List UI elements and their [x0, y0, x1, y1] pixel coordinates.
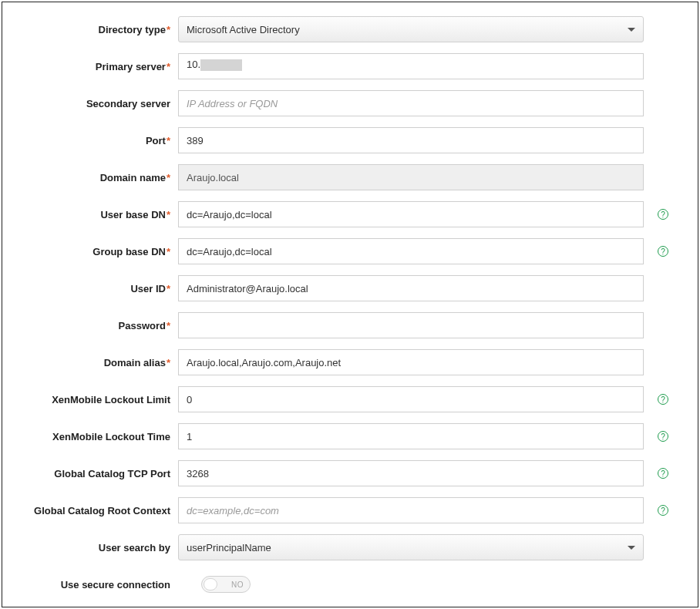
- label-text: User base DN: [100, 209, 166, 220]
- label-text: Directory type: [99, 24, 166, 35]
- label-user-id: User ID*: [18, 283, 178, 294]
- secondary-server-input[interactable]: [178, 90, 644, 116]
- label-lockout-time: XenMobile Lockout Time: [18, 431, 178, 442]
- label-text: Global Catalog TCP Port: [54, 468, 170, 479]
- row-domain-name: Domain name*: [18, 164, 682, 190]
- user-search-by-select[interactable]: userPrincipalName: [178, 534, 644, 560]
- required-marker: *: [167, 320, 170, 331]
- select-value: userPrincipalName: [187, 542, 271, 553]
- row-use-secure: Use secure connection NO: [18, 571, 682, 597]
- label-directory-type: Directory type*: [18, 24, 178, 35]
- lockout-time-input[interactable]: [178, 423, 644, 449]
- row-lockout-time: XenMobile Lockout Time ?: [18, 423, 682, 449]
- label-domain-alias: Domain alias*: [18, 357, 178, 368]
- primary-server-prefix: 10.: [187, 59, 200, 70]
- row-gc-tcp-port: Global Catalog TCP Port ?: [18, 460, 682, 486]
- label-gc-tcp-port: Global Catalog TCP Port: [18, 468, 178, 479]
- row-port: Port*: [18, 127, 682, 153]
- domain-alias-input[interactable]: [178, 349, 644, 375]
- row-directory-type: Directory type* Microsoft Active Directo…: [18, 16, 682, 42]
- row-password: Password*: [18, 312, 682, 338]
- required-marker: *: [167, 135, 170, 146]
- row-user-search-by: User search by userPrincipalName: [18, 534, 682, 560]
- use-secure-toggle[interactable]: NO: [201, 576, 251, 593]
- label-text: Domain name: [100, 172, 166, 183]
- label-text: XenMobile Lockout Time: [52, 431, 170, 442]
- label-lockout-limit: XenMobile Lockout Limit: [18, 394, 178, 405]
- toggle-label: NO: [231, 580, 244, 589]
- label-group-base-dn: Group base DN*: [18, 246, 178, 257]
- label-user-base-dn: User base DN*: [18, 209, 178, 220]
- required-marker: *: [167, 61, 170, 72]
- ldap-settings-form: Directory type* Microsoft Active Directo…: [2, 2, 698, 607]
- gc-tcp-port-input[interactable]: [178, 460, 644, 486]
- label-text: Domain alias: [104, 357, 166, 368]
- label-text: Primary server: [96, 61, 166, 72]
- required-marker: *: [167, 24, 170, 35]
- label-use-secure: Use secure connection: [18, 579, 178, 590]
- label-text: Password: [119, 320, 166, 331]
- help-icon[interactable]: ?: [658, 505, 668, 516]
- label-user-search-by: User search by: [18, 542, 178, 553]
- port-input[interactable]: [178, 127, 644, 153]
- help-icon[interactable]: ?: [658, 246, 668, 257]
- label-text: User ID: [130, 283, 166, 294]
- required-marker: *: [167, 246, 170, 257]
- row-group-base-dn: Group base DN* ?: [18, 238, 682, 264]
- row-user-id: User ID*: [18, 275, 682, 301]
- label-text: Port: [146, 135, 166, 146]
- domain-name-input: [178, 164, 644, 190]
- help-icon[interactable]: ?: [658, 431, 668, 442]
- chevron-down-icon: [628, 546, 635, 550]
- chevron-down-icon: [628, 28, 635, 32]
- required-marker: *: [167, 172, 170, 183]
- label-text: Global Catalog Root Context: [34, 505, 170, 516]
- gc-root-context-input[interactable]: [178, 497, 644, 523]
- required-marker: *: [167, 283, 170, 294]
- user-id-input[interactable]: [178, 275, 644, 301]
- select-value: Microsoft Active Directory: [187, 24, 300, 35]
- row-lockout-limit: XenMobile Lockout Limit ?: [18, 386, 682, 412]
- help-icon[interactable]: ?: [658, 468, 668, 479]
- required-marker: *: [167, 357, 170, 368]
- lockout-limit-input[interactable]: [178, 386, 644, 412]
- help-icon[interactable]: ?: [658, 209, 668, 220]
- user-base-dn-input[interactable]: [178, 201, 644, 227]
- row-domain-alias: Domain alias*: [18, 349, 682, 375]
- primary-server-input[interactable]: 10.: [178, 53, 644, 79]
- row-gc-root-context: Global Catalog Root Context ?: [18, 497, 682, 523]
- row-user-base-dn: User base DN* ?: [18, 201, 682, 227]
- label-secondary-server: Secondary server: [18, 98, 178, 109]
- required-marker: *: [167, 209, 170, 220]
- help-icon[interactable]: ?: [658, 394, 668, 405]
- label-gc-root-context: Global Catalog Root Context: [18, 505, 178, 516]
- label-text: Secondary server: [86, 98, 170, 109]
- password-input[interactable]: [178, 312, 644, 338]
- label-password: Password*: [18, 320, 178, 331]
- redacted-block: [200, 59, 242, 71]
- label-text: XenMobile Lockout Limit: [52, 394, 170, 405]
- label-text: Group base DN: [93, 246, 166, 257]
- directory-type-select[interactable]: Microsoft Active Directory: [178, 16, 644, 42]
- label-domain-name: Domain name*: [18, 172, 178, 183]
- label-text: User search by: [99, 542, 170, 553]
- toggle-knob: [204, 578, 217, 590]
- group-base-dn-input[interactable]: [178, 238, 644, 264]
- label-text: Use secure connection: [61, 579, 170, 590]
- label-primary-server: Primary server*: [18, 61, 178, 72]
- label-port: Port*: [18, 135, 178, 146]
- row-primary-server: Primary server* 10.: [18, 53, 682, 79]
- row-secondary-server: Secondary server: [18, 90, 682, 116]
